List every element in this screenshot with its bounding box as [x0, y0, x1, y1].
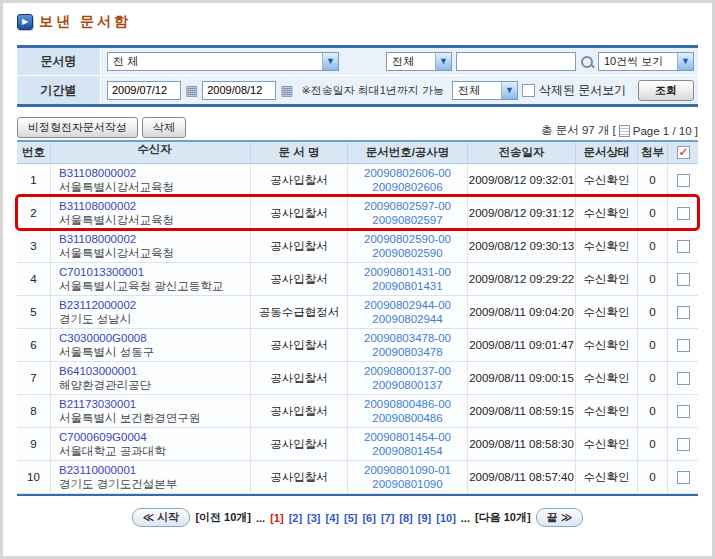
- cell-status: 수신확인: [576, 395, 638, 427]
- recipient-code-link[interactable]: B31108000002: [59, 232, 136, 246]
- cell-sent-date: 2009/08/11 08:59:15: [468, 395, 576, 427]
- row-checkbox[interactable]: [677, 240, 690, 253]
- recipient-code-link[interactable]: B23112000002: [59, 298, 136, 312]
- cell-checkbox: [668, 164, 698, 196]
- select-all-checkbox[interactable]: [677, 146, 690, 159]
- status-select[interactable]: 전체 ▼: [452, 81, 518, 100]
- cell-checkbox: [668, 461, 698, 493]
- doc-no-link[interactable]: 20090801431-00: [364, 265, 451, 279]
- search-icon[interactable]: [580, 55, 594, 69]
- recipient-name: 서울특별시 보건환경연구원: [59, 411, 200, 425]
- cell-attach: 0: [638, 461, 668, 493]
- page-link[interactable]: [4]: [326, 512, 339, 524]
- cell-doc-no: 20090801090-01 20090801090: [348, 461, 468, 493]
- row-checkbox[interactable]: [677, 306, 690, 319]
- row-checkbox[interactable]: [677, 174, 690, 187]
- page-link[interactable]: [6]: [362, 512, 375, 524]
- doc-no2-link[interactable]: 20090800137: [372, 378, 442, 392]
- delete-button[interactable]: 삭제: [142, 117, 186, 138]
- row-checkbox[interactable]: [677, 339, 690, 352]
- page-link[interactable]: [9]: [418, 512, 431, 524]
- date-from-input[interactable]: [107, 81, 181, 100]
- doc-no2-link[interactable]: 20090802590: [372, 246, 442, 260]
- row-checkbox[interactable]: [677, 207, 690, 220]
- cell-no: 8: [17, 395, 51, 427]
- recipient-code-link[interactable]: C701013300001: [59, 265, 144, 279]
- cell-attach: 0: [638, 263, 668, 295]
- next-10-link[interactable]: [다음 10개]: [475, 510, 531, 525]
- doc-no2-link[interactable]: 20090801090: [372, 477, 442, 491]
- create-informal-doc-button[interactable]: 비정형전자문서작성: [17, 117, 138, 138]
- doc-no-link[interactable]: 20090800137-00: [364, 364, 451, 378]
- query-button[interactable]: 조회: [638, 80, 694, 101]
- recipient-code-link[interactable]: B23110000001: [59, 463, 136, 477]
- doc-no-link[interactable]: 20090802944-00: [364, 298, 451, 312]
- calendar-icon[interactable]: ▦: [280, 83, 293, 97]
- search-field-select[interactable]: 전체 ▼: [386, 52, 452, 71]
- row-checkbox[interactable]: [677, 372, 690, 385]
- doc-no-link[interactable]: 20090800486-00: [364, 397, 451, 411]
- header-no: 번호: [17, 142, 51, 163]
- date-to-input[interactable]: [202, 81, 276, 100]
- doc-no2-link[interactable]: 20090802597: [372, 213, 442, 227]
- doc-no2-link[interactable]: 20090802944: [372, 312, 442, 326]
- cell-attach: 0: [638, 329, 668, 361]
- recipient-code-link[interactable]: B64103000001: [59, 364, 137, 378]
- page-link[interactable]: [2]: [289, 512, 302, 524]
- filter-row-period: 기간별 ▦ ▦ ※전송일자 최대1년까지 가능 전체 ▼ 삭제된 문서보기 조회: [17, 76, 698, 104]
- recipient-code-link[interactable]: C3030000G0008: [59, 331, 147, 345]
- doc-no-link[interactable]: 20090802590-00: [364, 232, 451, 246]
- recipient-code-link[interactable]: C7000609G0004: [59, 430, 147, 444]
- cell-status: 수신확인: [576, 230, 638, 262]
- row-checkbox[interactable]: [677, 273, 690, 286]
- recipient-code-link[interactable]: B21173030001: [59, 397, 136, 411]
- page-link[interactable]: [1]: [270, 512, 283, 524]
- deleted-docs-label: 삭제된 문서보기: [539, 82, 626, 99]
- doc-no-link[interactable]: 20090803478-00: [364, 331, 451, 345]
- go-end-button[interactable]: 끝 ≫: [536, 508, 584, 527]
- page-link[interactable]: [7]: [381, 512, 394, 524]
- recipient-code-link[interactable]: B31108000002: [59, 199, 136, 213]
- prev-10-link[interactable]: [이전 10개]: [195, 510, 251, 525]
- page-link[interactable]: [8]: [399, 512, 412, 524]
- search-input[interactable]: [456, 52, 576, 71]
- page-link[interactable]: [3]: [307, 512, 320, 524]
- cell-doc-type: 공사입찰서: [251, 395, 348, 427]
- doc-no2-link[interactable]: 20090801454: [372, 444, 442, 458]
- doc-name-select[interactable]: 전 체 ▼: [107, 52, 339, 71]
- cell-attach: 0: [638, 395, 668, 427]
- table-row: 6 C3030000G0008 서울특별시 성동구 공사입찰서 20090803…: [17, 329, 698, 362]
- table-row: 9 C7000609G0004 서울대학교 공과대학 공사입찰서 2009080…: [17, 428, 698, 461]
- page-links: [1][2][3][4][5][6][7][8][9][10]: [270, 512, 456, 524]
- doc-no-link[interactable]: 20090802606-00: [364, 166, 451, 180]
- doc-no-link[interactable]: 20090801454-00: [364, 430, 451, 444]
- doc-no-link[interactable]: 20090801090-01: [364, 463, 451, 477]
- recipient-name: 서울특별시 성동구: [59, 345, 154, 359]
- doc-no-link[interactable]: 20090802597-00: [364, 199, 451, 213]
- row-checkbox[interactable]: [677, 405, 690, 418]
- recipient-code-link[interactable]: B31108000002: [59, 166, 136, 180]
- header-doc-no: 문서번호/공사명: [348, 142, 468, 163]
- status-selected-value: 전체: [458, 84, 480, 96]
- calendar-icon[interactable]: ▦: [185, 83, 198, 97]
- row-checkbox[interactable]: [677, 471, 690, 484]
- doc-no2-link[interactable]: 20090803478: [372, 345, 442, 359]
- cell-status: 수신확인: [576, 164, 638, 196]
- go-start-button[interactable]: ≪ 시작: [132, 508, 191, 527]
- cell-checkbox: [668, 329, 698, 361]
- cell-no: 7: [17, 362, 51, 394]
- page-link[interactable]: [5]: [344, 512, 357, 524]
- row-checkbox[interactable]: [677, 438, 690, 451]
- doc-no2-link[interactable]: 20090800486: [372, 411, 442, 425]
- table-row: 10 B23110000001 경기도 경기도건설본부 공사입찰서 200908…: [17, 461, 698, 494]
- per-page-select[interactable]: 10건씩 보기 ▼: [598, 52, 694, 71]
- cell-no: 1: [17, 164, 51, 196]
- page-link[interactable]: [10]: [436, 512, 456, 524]
- doc-no2-link[interactable]: 20090801431: [372, 279, 442, 293]
- table-row: 8 B21173030001 서울특별시 보건환경연구원 공사입찰서 20090…: [17, 395, 698, 428]
- per-page-selected-value: 10건씩 보기: [604, 55, 663, 67]
- cell-attach: 0: [638, 164, 668, 196]
- doc-no2-link[interactable]: 20090802606: [372, 180, 442, 194]
- toolbar: 비정형전자문서작성 삭제 총 문서 97 개 [ Page 1 / 10 ]: [17, 117, 698, 138]
- deleted-docs-checkbox[interactable]: [522, 84, 535, 97]
